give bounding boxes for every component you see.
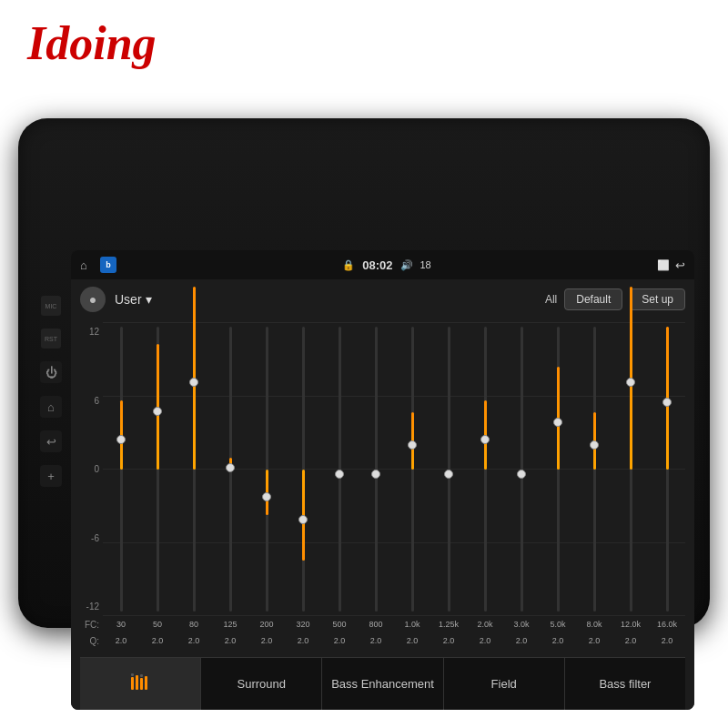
eq-chart-area: 12 6 0 -6 -12 (80, 322, 685, 616)
q-val-3: 2.0 (212, 636, 248, 645)
slider-col-4[interactable] (248, 322, 285, 616)
fc-val-5: 320 (285, 620, 321, 629)
status-center: 🔒 08:02 🔊 18 (342, 258, 431, 272)
screen: ⌂ b 🔒 08:02 🔊 18 ⬜ ↩ ● (71, 250, 694, 710)
status-app-icon: b (100, 257, 116, 273)
fc-val-7: 800 (358, 620, 394, 629)
slider-col-2[interactable] (176, 322, 212, 616)
q-row: Q: 2.02.02.02.02.02.02.02.02.02.02.02.02… (80, 632, 685, 649)
slider-col-3[interactable] (212, 322, 248, 616)
q-val-1: 2.0 (139, 636, 176, 645)
tab-item-2[interactable]: Bass Enhancement (322, 658, 443, 710)
slider-track-9 (448, 327, 450, 612)
q-val-4: 2.0 (248, 636, 285, 645)
slider-thumb-6[interactable] (335, 470, 344, 479)
sliders-area (103, 322, 685, 616)
car-unit: MIC RST ⏻ ⌂ ↩ + ⌂ b 🔒 08:02 🔊 (18, 118, 710, 628)
eq-all-button[interactable]: All (545, 293, 557, 306)
lock-icon: 🔒 (342, 259, 355, 271)
back-side-button[interactable]: ↩ (40, 430, 62, 452)
y-axis-neg12: -12 (80, 602, 99, 612)
fc-val-4: 200 (248, 620, 285, 629)
volume-icon: 🔊 (400, 259, 413, 271)
eq-default-button[interactable]: Default (564, 288, 622, 310)
q-val-13: 2.0 (576, 636, 612, 645)
fc-val-8: 1.0k (394, 620, 430, 629)
eq-sliders-container: 12 6 0 -6 -12 (80, 318, 685, 657)
fc-val-6: 500 (321, 620, 358, 629)
slider-track-15 (666, 327, 669, 612)
slider-track-0 (120, 327, 123, 612)
slider-col-8[interactable] (394, 322, 430, 616)
svg-rect-1 (131, 673, 134, 676)
tab-label-4: Bass filter (599, 677, 651, 691)
slider-thumb-15[interactable] (662, 398, 672, 407)
fc-val-15: 16.0k (649, 620, 685, 629)
q-val-6: 2.0 (321, 636, 358, 645)
slider-track-5 (302, 327, 305, 612)
slider-thumb-1[interactable] (153, 407, 162, 416)
fc-val-2: 80 (176, 620, 212, 629)
q-val-8: 2.0 (394, 636, 430, 645)
slider-track-11 (521, 327, 523, 612)
slider-col-15[interactable] (649, 322, 685, 616)
slider-thumb-9[interactable] (444, 470, 453, 479)
slider-col-9[interactable] (430, 322, 467, 616)
slider-col-7[interactable] (358, 322, 394, 616)
slider-thumb-0[interactable] (116, 435, 126, 444)
slider-col-5[interactable] (285, 322, 321, 616)
slider-col-14[interactable] (612, 322, 649, 616)
home-side-button[interactable]: ⌂ (40, 396, 62, 418)
fc-val-12: 5.0k (540, 620, 576, 629)
slider-thumb-5[interactable] (298, 515, 308, 524)
power-button[interactable]: ⏻ (40, 361, 62, 383)
slider-col-1[interactable] (139, 322, 176, 616)
tab-label-2: Bass Enhancement (331, 677, 434, 691)
slider-col-10[interactable] (467, 322, 503, 616)
bottom-tabs: SurroundBass EnhancementFieldBass filter (80, 657, 685, 710)
y-axis-neg6: -6 (80, 533, 99, 543)
tab-item-4[interactable]: Bass filter (565, 658, 685, 710)
slider-thumb-14[interactable] (626, 378, 635, 387)
slider-thumb-4[interactable] (262, 492, 271, 501)
tab-item-0[interactable] (80, 658, 201, 710)
fc-val-14: 12.0k (612, 620, 649, 629)
slider-thumb-7[interactable] (371, 470, 380, 479)
tab-label-1: Surround (238, 677, 286, 691)
slider-thumb-13[interactable] (590, 440, 599, 450)
battery-display: 18 (420, 259, 431, 270)
back-icon: ↩ (675, 258, 685, 272)
tab-item-3[interactable]: Field (444, 658, 565, 710)
slider-col-12[interactable] (540, 322, 576, 616)
status-right: ⬜ ↩ (657, 258, 685, 272)
q-val-7: 2.0 (358, 636, 394, 645)
eq-profile-selector[interactable]: User ▾ (115, 292, 152, 307)
tab-label-3: Field (491, 677, 517, 691)
slider-col-6[interactable] (321, 322, 358, 616)
vol-up-button[interactable]: + (40, 465, 62, 487)
rst-label: RST (41, 329, 61, 349)
svg-rect-2 (136, 675, 138, 690)
slider-thumb-8[interactable] (408, 440, 417, 450)
slider-track-6 (339, 327, 341, 612)
fc-values: 3050801252003205008001.0k1.25k2.0k3.0k5.… (103, 620, 685, 629)
window-icon: ⬜ (657, 259, 670, 271)
eq-setup-button[interactable]: Set up (630, 288, 685, 310)
tab-item-1[interactable]: Surround (201, 658, 322, 710)
slider-thumb-12[interactable] (553, 418, 562, 427)
y-axis-0: 0 (80, 464, 99, 474)
slider-col-0[interactable] (103, 322, 139, 616)
mic-label: MIC (41, 296, 61, 316)
slider-col-13[interactable] (576, 322, 612, 616)
fc-val-3: 125 (212, 620, 248, 629)
fc-val-10: 2.0k (467, 620, 503, 629)
slider-thumb-2[interactable] (189, 378, 198, 387)
fc-val-0: 30 (103, 620, 139, 629)
slider-col-11[interactable] (503, 322, 540, 616)
eq-top-right: All Default Set up (545, 288, 685, 310)
q-val-2: 2.0 (176, 636, 212, 645)
slider-thumb-3[interactable] (226, 463, 235, 472)
slider-thumb-11[interactable] (517, 470, 526, 479)
slider-thumb-10[interactable] (480, 435, 490, 444)
fc-val-13: 8.0k (576, 620, 612, 629)
